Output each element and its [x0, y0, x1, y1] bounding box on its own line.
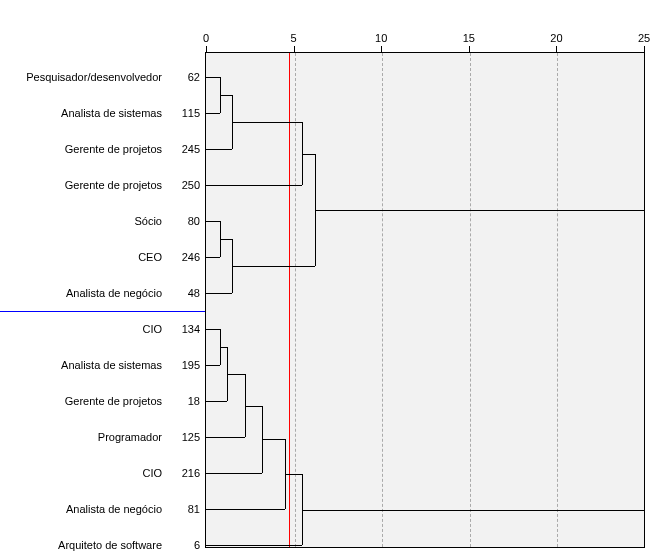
dendrogram-h-segment: [206, 257, 220, 258]
dendrogram-h-segment: [206, 113, 220, 114]
leaf-label: Gerente de projetos: [0, 143, 168, 155]
dendrogram-h-segment: [232, 122, 302, 123]
cluster-divider: [0, 311, 205, 312]
leaf-label: Analista de negócio: [0, 287, 168, 299]
dendrogram-h-segment: [206, 329, 220, 330]
gridline: [557, 53, 558, 547]
dendrogram-h-segment: [206, 509, 285, 510]
gridline: [295, 53, 296, 547]
dendrogram-h-segment: [206, 545, 302, 546]
leaf-id: 250: [170, 179, 204, 191]
dendrogram-h-segment: [206, 221, 220, 222]
leaf-label: Analista de negócio: [0, 503, 168, 515]
leaf-label: Analista de sistemas: [0, 107, 168, 119]
leaf-label: Gerente de projetos: [0, 395, 168, 407]
leaf-label: Programador: [0, 431, 168, 443]
axis-tick-label: 15: [463, 32, 475, 44]
leaf-id: 115: [170, 107, 204, 119]
axis-tick-mark: [469, 46, 470, 52]
leaf-id: 134: [170, 323, 204, 335]
leaf-id: 18: [170, 395, 204, 407]
axis-tick-mark: [294, 46, 295, 52]
axis-tick-mark: [556, 46, 557, 52]
leaf-id: 245: [170, 143, 204, 155]
axis-tick-label: 20: [550, 32, 562, 44]
dendrogram-h-segment: [262, 439, 285, 440]
leaf-id: 246: [170, 251, 204, 263]
leaf-id: 125: [170, 431, 204, 443]
dendrogram-h-segment: [220, 347, 227, 348]
dendrogram-h-segment: [206, 185, 302, 186]
dendrogram-h-segment: [206, 473, 262, 474]
dendrogram-h-segment: [302, 154, 314, 155]
axis-tick-label: 5: [291, 32, 297, 44]
axis-tick-label: 0: [203, 32, 209, 44]
leaf-label: Sócio: [0, 215, 168, 227]
leaf-id: 80: [170, 215, 204, 227]
dendrogram-h-segment: [206, 293, 232, 294]
plot-area: [205, 52, 645, 548]
dendrogram-h-segment: [220, 239, 232, 240]
leaf-label: CEO: [0, 251, 168, 263]
leaf-id: 48: [170, 287, 204, 299]
axis-tick-mark: [644, 46, 645, 52]
leaf-label: CIO: [0, 467, 168, 479]
dendrogram-h-segment: [315, 210, 644, 211]
leaf-id: 6: [170, 539, 204, 551]
leaf-label: Arquiteto de software: [0, 539, 168, 551]
dendrogram-h-segment: [302, 510, 644, 511]
dendrogram-h-segment: [220, 95, 232, 96]
gridline: [382, 53, 383, 547]
dendrogram-h-segment: [206, 401, 227, 402]
axis-tick-mark: [381, 46, 382, 52]
dendrogram-h-segment: [285, 474, 303, 475]
dendrogram-h-segment: [206, 437, 245, 438]
leaf-label: Pesquisador/desenvolvedor: [0, 71, 168, 83]
axis-tick-label: 25: [638, 32, 650, 44]
leaf-id: 216: [170, 467, 204, 479]
dendrogram-h-segment: [245, 406, 263, 407]
leaf-id: 81: [170, 503, 204, 515]
dendrogram-h-segment: [206, 365, 220, 366]
axis-tick-mark: [206, 46, 207, 52]
leaf-label: CIO: [0, 323, 168, 335]
dendrogram-h-segment: [206, 149, 232, 150]
chart-root: { "chart_data": { "type": "dendrogram", …: [0, 0, 654, 554]
leaf-id: 62: [170, 71, 204, 83]
dendrogram-h-segment: [227, 374, 245, 375]
dendrogram-h-segment: [206, 77, 220, 78]
axis-tick-label: 10: [375, 32, 387, 44]
leaf-id: 195: [170, 359, 204, 371]
dendrogram-v-segment: [644, 210, 645, 510]
leaf-label: Analista de sistemas: [0, 359, 168, 371]
cut-line: [289, 53, 290, 547]
dendrogram-h-segment: [232, 266, 314, 267]
leaf-label: Gerente de projetos: [0, 179, 168, 191]
gridline: [470, 53, 471, 547]
